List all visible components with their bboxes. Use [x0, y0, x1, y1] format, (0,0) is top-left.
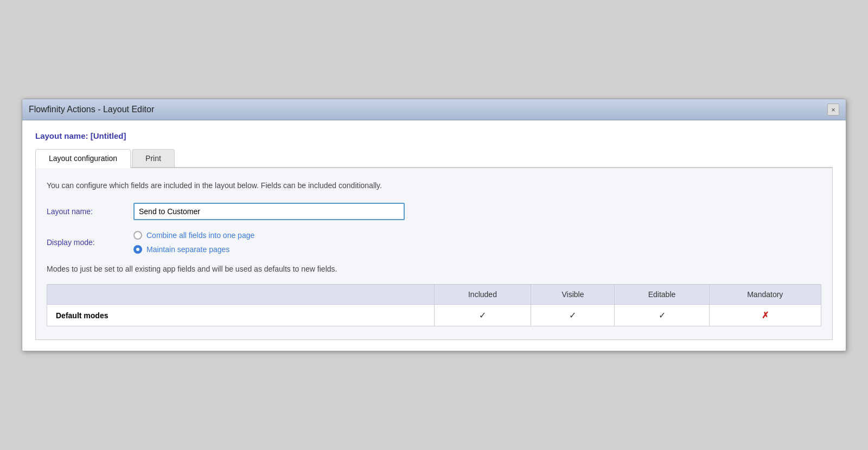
radio-circle-combine — [133, 231, 142, 240]
tab-bar: Layout configuration Print — [35, 149, 833, 168]
layout-name-label: Layout name: — [47, 207, 133, 216]
dialog-titlebar: Flowfinity Actions - Layout Editor × — [22, 99, 846, 120]
modes-description-text: Modes to just be set to all existing app… — [47, 265, 821, 273]
col-header-editable: Editable — [615, 285, 709, 305]
display-mode-label: Display mode: — [47, 238, 133, 247]
description-text: You can configure which fields are inclu… — [47, 181, 821, 190]
col-header-visible: Visible — [531, 285, 615, 305]
radio-option-separate[interactable]: Maintain separate pages — [133, 245, 254, 254]
radio-label-separate: Maintain separate pages — [146, 245, 229, 254]
radio-label-combine: Combine all fields into one page — [146, 231, 254, 240]
layout-name-row: Layout name: — [47, 203, 821, 220]
row-label: Default modes — [47, 305, 435, 326]
tab-content-layout-configuration: You can configure which fields are inclu… — [35, 168, 833, 340]
close-button[interactable]: × — [827, 104, 839, 115]
row-mandatory: ✗ — [709, 305, 821, 326]
dialog-title: Flowfinity Actions - Layout Editor — [29, 105, 154, 114]
default-modes-table: Included Visible Editable Mandatory Defa… — [47, 284, 821, 326]
tab-print[interactable]: Print — [132, 149, 175, 167]
table-row: Default modes ✓ ✓ ✓ ✗ — [47, 305, 821, 326]
col-header-name — [47, 285, 435, 305]
row-editable: ✓ — [615, 305, 709, 326]
included-check: ✓ — [479, 311, 486, 320]
row-included: ✓ — [434, 305, 531, 326]
layout-name-prefix: Layout name: — [35, 131, 88, 140]
row-visible: ✓ — [531, 305, 615, 326]
col-header-mandatory: Mandatory — [709, 285, 821, 305]
display-mode-radio-group: Combine all fields into one page Maintai… — [133, 231, 254, 254]
mandatory-cross: ✗ — [762, 311, 769, 320]
col-header-included: Included — [434, 285, 531, 305]
display-mode-row: Display mode: Combine all fields into on… — [47, 231, 821, 254]
layout-name-header: Layout name: [Untitled] — [35, 131, 833, 140]
layout-name-input[interactable] — [133, 203, 405, 220]
dialog-body: Layout name: [Untitled] Layout configura… — [22, 120, 846, 351]
radio-option-combine[interactable]: Combine all fields into one page — [133, 231, 254, 240]
editable-check: ✓ — [659, 311, 666, 320]
layout-name-value: [Untitled] — [91, 131, 126, 140]
dialog-window: Flowfinity Actions - Layout Editor × Lay… — [22, 99, 846, 351]
table-header-row: Included Visible Editable Mandatory — [47, 285, 821, 305]
radio-circle-separate — [133, 245, 142, 254]
visible-check: ✓ — [569, 311, 576, 320]
tab-layout-configuration[interactable]: Layout configuration — [35, 149, 131, 168]
